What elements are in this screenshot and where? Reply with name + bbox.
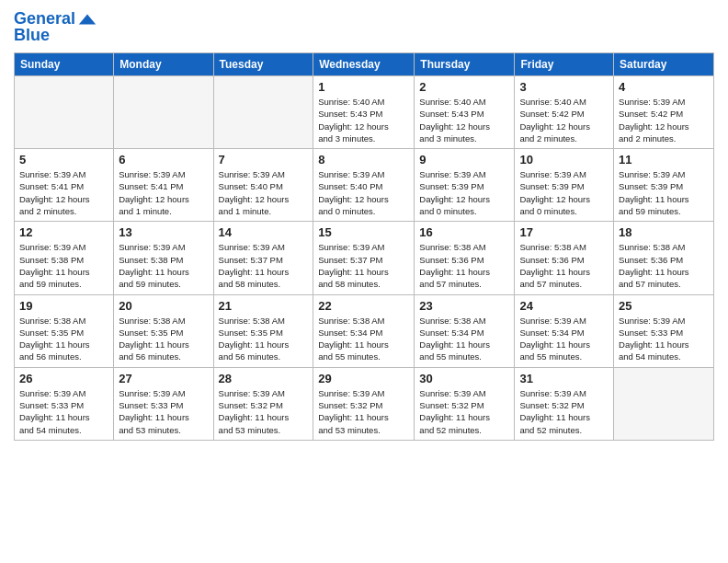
calendar-cell: 5Sunrise: 5:39 AM Sunset: 5:41 PM Daylig… <box>15 149 114 222</box>
day-number: 6 <box>119 153 208 167</box>
day-info: Sunrise: 5:40 AM Sunset: 5:42 PM Dayligh… <box>519 96 609 144</box>
day-info: Sunrise: 5:39 AM Sunset: 5:32 PM Dayligh… <box>219 387 309 436</box>
calendar-cell: 24Sunrise: 5:39 AM Sunset: 5:34 PM Dayli… <box>515 294 614 367</box>
day-number: 26 <box>19 372 108 385</box>
day-info: Sunrise: 5:38 AM Sunset: 5:34 PM Dayligh… <box>419 315 509 363</box>
day-info: Sunrise: 5:39 AM Sunset: 5:38 PM Dayligh… <box>119 241 208 290</box>
header: General Blue <box>14 9 714 45</box>
weekday-header-sunday: Sunday <box>15 53 114 76</box>
day-number: 30 <box>419 372 509 385</box>
calendar-cell: 1Sunrise: 5:40 AM Sunset: 5:43 PM Daylig… <box>313 76 415 149</box>
day-info: Sunrise: 5:38 AM Sunset: 5:35 PM Dayligh… <box>219 315 309 363</box>
weekday-header-monday: Monday <box>114 53 213 76</box>
day-number: 21 <box>219 299 309 313</box>
weekday-header-friday: Friday <box>515 53 614 76</box>
calendar-cell <box>614 367 714 440</box>
calendar-cell: 7Sunrise: 5:39 AM Sunset: 5:40 PM Daylig… <box>213 149 313 222</box>
day-info: Sunrise: 5:38 AM Sunset: 5:35 PM Dayligh… <box>19 315 108 363</box>
svg-marker-0 <box>79 15 96 25</box>
day-info: Sunrise: 5:38 AM Sunset: 5:36 PM Dayligh… <box>419 241 509 290</box>
day-number: 9 <box>419 153 509 167</box>
day-info: Sunrise: 5:39 AM Sunset: 5:37 PM Dayligh… <box>219 241 309 290</box>
calendar-cell: 14Sunrise: 5:39 AM Sunset: 5:37 PM Dayli… <box>213 222 313 294</box>
day-number: 20 <box>119 299 208 313</box>
day-info: Sunrise: 5:39 AM Sunset: 5:41 PM Dayligh… <box>119 168 208 217</box>
day-info: Sunrise: 5:39 AM Sunset: 5:39 PM Dayligh… <box>619 168 709 217</box>
day-number: 28 <box>219 372 309 385</box>
calendar-cell: 25Sunrise: 5:39 AM Sunset: 5:33 PM Dayli… <box>614 294 714 367</box>
day-number: 3 <box>519 80 609 94</box>
day-info: Sunrise: 5:39 AM Sunset: 5:40 PM Dayligh… <box>219 168 309 217</box>
day-number: 2 <box>419 80 509 94</box>
day-info: Sunrise: 5:38 AM Sunset: 5:35 PM Dayligh… <box>119 315 208 363</box>
day-number: 11 <box>619 153 709 167</box>
main-container: General Blue SundayMondayTuesdayWednesda… <box>0 0 728 450</box>
calendar-cell: 21Sunrise: 5:38 AM Sunset: 5:35 PM Dayli… <box>213 294 313 367</box>
day-number: 14 <box>219 225 309 239</box>
calendar-week-5: 26Sunrise: 5:39 AM Sunset: 5:33 PM Dayli… <box>15 367 714 440</box>
calendar-cell: 17Sunrise: 5:38 AM Sunset: 5:36 PM Dayli… <box>515 222 614 294</box>
calendar-cell: 22Sunrise: 5:38 AM Sunset: 5:34 PM Dayli… <box>313 294 415 367</box>
day-info: Sunrise: 5:38 AM Sunset: 5:34 PM Dayligh… <box>318 315 409 363</box>
calendar-week-4: 19Sunrise: 5:38 AM Sunset: 5:35 PM Dayli… <box>15 294 714 367</box>
calendar-week-1: 1Sunrise: 5:40 AM Sunset: 5:43 PM Daylig… <box>15 76 714 149</box>
day-info: Sunrise: 5:38 AM Sunset: 5:36 PM Dayligh… <box>619 241 709 290</box>
day-info: Sunrise: 5:39 AM Sunset: 5:32 PM Dayligh… <box>318 387 409 436</box>
logo: General Blue <box>14 9 97 45</box>
day-number: 16 <box>419 225 509 239</box>
day-number: 22 <box>318 299 409 313</box>
day-number: 13 <box>119 225 208 239</box>
weekday-header-thursday: Thursday <box>415 53 515 76</box>
day-number: 4 <box>619 80 709 94</box>
calendar-cell: 26Sunrise: 5:39 AM Sunset: 5:33 PM Dayli… <box>15 367 114 440</box>
calendar-week-3: 12Sunrise: 5:39 AM Sunset: 5:38 PM Dayli… <box>15 222 714 294</box>
logo-icon <box>77 9 97 29</box>
day-info: Sunrise: 5:39 AM Sunset: 5:33 PM Dayligh… <box>119 387 208 436</box>
calendar-cell: 6Sunrise: 5:39 AM Sunset: 5:41 PM Daylig… <box>114 149 213 222</box>
day-number: 23 <box>419 299 509 313</box>
calendar-cell: 18Sunrise: 5:38 AM Sunset: 5:36 PM Dayli… <box>614 222 714 294</box>
calendar-cell: 3Sunrise: 5:40 AM Sunset: 5:42 PM Daylig… <box>515 76 614 149</box>
calendar-cell: 27Sunrise: 5:39 AM Sunset: 5:33 PM Dayli… <box>114 367 213 440</box>
calendar-cell: 28Sunrise: 5:39 AM Sunset: 5:32 PM Dayli… <box>213 367 313 440</box>
day-info: Sunrise: 5:39 AM Sunset: 5:32 PM Dayligh… <box>419 387 509 436</box>
day-number: 18 <box>619 225 709 239</box>
calendar-cell: 13Sunrise: 5:39 AM Sunset: 5:38 PM Dayli… <box>114 222 213 294</box>
calendar-cell: 8Sunrise: 5:39 AM Sunset: 5:40 PM Daylig… <box>313 149 415 222</box>
calendar-cell: 31Sunrise: 5:39 AM Sunset: 5:32 PM Dayli… <box>515 367 614 440</box>
calendar-cell: 23Sunrise: 5:38 AM Sunset: 5:34 PM Dayli… <box>415 294 515 367</box>
day-info: Sunrise: 5:39 AM Sunset: 5:34 PM Dayligh… <box>519 315 609 363</box>
weekday-header-saturday: Saturday <box>614 53 714 76</box>
day-number: 8 <box>318 153 409 167</box>
day-info: Sunrise: 5:39 AM Sunset: 5:40 PM Dayligh… <box>318 168 409 217</box>
day-info: Sunrise: 5:39 AM Sunset: 5:42 PM Dayligh… <box>619 96 709 144</box>
day-info: Sunrise: 5:39 AM Sunset: 5:41 PM Dayligh… <box>19 168 108 217</box>
day-number: 17 <box>519 225 609 239</box>
calendar-cell <box>114 76 213 149</box>
calendar-cell: 2Sunrise: 5:40 AM Sunset: 5:43 PM Daylig… <box>415 76 515 149</box>
day-info: Sunrise: 5:39 AM Sunset: 5:33 PM Dayligh… <box>619 315 709 363</box>
calendar-cell: 12Sunrise: 5:39 AM Sunset: 5:38 PM Dayli… <box>15 222 114 294</box>
day-info: Sunrise: 5:39 AM Sunset: 5:32 PM Dayligh… <box>519 387 609 436</box>
day-info: Sunrise: 5:40 AM Sunset: 5:43 PM Dayligh… <box>318 96 409 144</box>
calendar-cell: 10Sunrise: 5:39 AM Sunset: 5:39 PM Dayli… <box>515 149 614 222</box>
weekday-header-tuesday: Tuesday <box>213 53 313 76</box>
day-number: 5 <box>19 153 108 167</box>
day-number: 15 <box>318 225 409 239</box>
day-number: 31 <box>519 372 609 385</box>
calendar-cell: 9Sunrise: 5:39 AM Sunset: 5:39 PM Daylig… <box>415 149 515 222</box>
calendar-cell: 30Sunrise: 5:39 AM Sunset: 5:32 PM Dayli… <box>415 367 515 440</box>
day-number: 7 <box>219 153 309 167</box>
day-number: 10 <box>519 153 609 167</box>
calendar-header-row: SundayMondayTuesdayWednesdayThursdayFrid… <box>15 53 714 76</box>
day-info: Sunrise: 5:40 AM Sunset: 5:43 PM Dayligh… <box>419 96 509 144</box>
day-number: 29 <box>318 372 409 385</box>
day-info: Sunrise: 5:39 AM Sunset: 5:37 PM Dayligh… <box>318 241 409 290</box>
day-info: Sunrise: 5:39 AM Sunset: 5:39 PM Dayligh… <box>419 168 509 217</box>
calendar-cell: 4Sunrise: 5:39 AM Sunset: 5:42 PM Daylig… <box>614 76 714 149</box>
calendar-cell <box>15 76 114 149</box>
weekday-header-wednesday: Wednesday <box>313 53 415 76</box>
calendar-cell: 29Sunrise: 5:39 AM Sunset: 5:32 PM Dayli… <box>313 367 415 440</box>
calendar-table: SundayMondayTuesdayWednesdayThursdayFrid… <box>14 52 714 441</box>
calendar-week-2: 5Sunrise: 5:39 AM Sunset: 5:41 PM Daylig… <box>15 149 714 222</box>
